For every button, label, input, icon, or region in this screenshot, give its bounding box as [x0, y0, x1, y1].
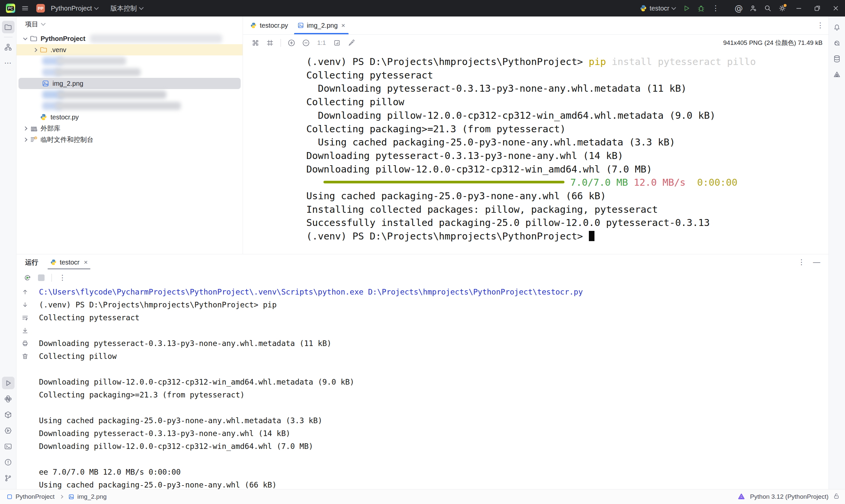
tree-item--[interactable]: 临时文件和控制台	[17, 134, 243, 145]
folder-icon	[4, 23, 12, 31]
tree-item-redacted[interactable]	[17, 67, 243, 78]
arrow-up-icon	[21, 288, 29, 295]
run-more-options[interactable]: ⋮	[708, 0, 723, 17]
pipette-button[interactable]	[345, 37, 358, 49]
image-text-line: Successfully installed packaging-25.0 pi…	[306, 216, 756, 230]
vcs-menu[interactable]: 版本控制	[107, 0, 147, 17]
close-button[interactable]	[827, 0, 845, 17]
zoom-out-button[interactable]	[299, 37, 313, 49]
minimize-button[interactable]	[790, 0, 808, 17]
main-menu-button[interactable]	[18, 0, 32, 17]
tab-img-2-png[interactable]: img_2.png ×	[293, 17, 350, 34]
tool-run-button[interactable]	[2, 377, 15, 389]
tree-item--[interactable]: 外部库	[17, 123, 243, 134]
tool-git-button[interactable]	[2, 472, 15, 484]
down-stack-trace-button[interactable]	[21, 301, 29, 309]
tree-item-img-2-png[interactable]: img_2.png	[18, 78, 241, 89]
image-text-line: Downloading pillow-12.0.0-cp312-cp312-wi…	[306, 163, 756, 176]
run-configuration-selector[interactable]: testocr	[636, 0, 679, 17]
tree-item-redacted[interactable]	[17, 55, 243, 67]
tool-python-console-button[interactable]	[2, 393, 15, 405]
editor-tab-options[interactable]: ⋮	[812, 17, 828, 34]
image-text-line: (.venv) PS D:\Projects\hmprojects\Python…	[306, 55, 756, 69]
more-tool-windows-button[interactable]: ⋯	[2, 57, 15, 69]
run-toolbar-more-button[interactable]: ⋮	[56, 272, 69, 284]
restore-icon	[813, 4, 821, 12]
chevron-expanded-icon[interactable]	[23, 36, 28, 40]
tool-services-button[interactable]	[2, 424, 15, 437]
zoom-out-icon	[302, 39, 310, 47]
tree-item-testocr-py[interactable]: testocr.py	[17, 111, 243, 123]
up-stack-trace-button[interactable]	[21, 288, 29, 296]
tool-python-packages-button[interactable]	[2, 408, 15, 421]
settings-button[interactable]	[775, 0, 790, 17]
restore-button[interactable]	[808, 0, 827, 17]
title-bar: PC PP PythonProject 版本控制 testocr	[0, 0, 845, 17]
soft-wrap-button[interactable]	[21, 313, 29, 322]
tool-project-button[interactable]	[2, 21, 15, 33]
scroll-end-icon	[21, 327, 29, 334]
tree-item-label: .venv	[51, 46, 66, 54]
project-panel-header[interactable]: 项目	[17, 17, 243, 32]
search-everywhere-button[interactable]	[760, 0, 775, 17]
tool-problems-button[interactable]	[2, 456, 15, 468]
console-line: Downloading pytesseract-0.3.13-py3-none-…	[39, 427, 828, 440]
image-canvas[interactable]: (.venv) PS D:\Projects\hmprojects\Python…	[243, 51, 828, 254]
notifications-button[interactable]	[831, 21, 843, 33]
code-with-me-button[interactable]	[746, 0, 760, 17]
debug-button[interactable]	[694, 0, 708, 17]
breadcrumb-file[interactable]: img_2.png	[77, 493, 107, 500]
terminal-block-cursor	[589, 231, 595, 241]
tree-item-redacted[interactable]	[17, 89, 243, 100]
project-widget[interactable]: PP PythonProject	[32, 0, 102, 17]
fit-zoom-button[interactable]	[330, 37, 344, 49]
zoom-in-button[interactable]	[285, 37, 298, 49]
rerun-button[interactable]	[21, 272, 34, 284]
grid-icon	[266, 39, 274, 47]
tree-item-redacted[interactable]	[17, 100, 243, 111]
run-panel-options-button[interactable]: ⋮	[795, 256, 808, 268]
run-console-output[interactable]: C:\Users\flycode\PycharmProjects\PythonP…	[34, 285, 828, 489]
console-line: Collecting pillow	[39, 350, 828, 363]
clear-console-button[interactable]	[21, 352, 29, 361]
ai-assistant-button[interactable]: @	[732, 0, 746, 17]
play-icon	[4, 379, 12, 387]
run-button[interactable]	[679, 0, 694, 17]
run-tab-testocr[interactable]: testocr ×	[48, 254, 90, 270]
interpreter-widget[interactable]: Python 3.12 (PythonProject)	[750, 493, 828, 500]
rerun-icon	[23, 274, 31, 282]
breadcrumb[interactable]: PythonProject img_2.png	[6, 493, 107, 500]
tree-item-label: testocr.py	[51, 113, 79, 121]
image-viewer-toolbar: 1:1 941x405 PNG (24 位颜色) 71.49 kB	[243, 35, 828, 51]
lock-widget[interactable]	[833, 493, 840, 501]
scroll-to-end-button[interactable]	[21, 326, 29, 335]
tab-testocr-py[interactable]: testocr.py	[246, 17, 293, 34]
tool-structure-button[interactable]	[2, 41, 15, 53]
actual-size-button[interactable]: 1:1	[314, 39, 329, 47]
tab-close-icon[interactable]: ×	[341, 22, 345, 29]
image-text-line: Installing collected packages: pillow, p…	[306, 203, 756, 216]
run-panel-header: 运行 testocr × ⋮ —	[17, 254, 828, 270]
breadcrumb-project[interactable]: PythonProject	[16, 493, 54, 500]
tree-item--venv[interactable]: .venv	[17, 44, 243, 55]
print-button[interactable]	[21, 339, 29, 348]
console-line: ee 7.0/7.0 MB 12.0 MB/s 0:00:00	[39, 466, 828, 479]
ai-knot-icon	[737, 493, 745, 501]
run-panel-title: 运行	[25, 258, 38, 267]
tab-close-icon[interactable]: ×	[84, 258, 88, 266]
ai-assistant-tool-button[interactable]	[831, 37, 843, 49]
console-line: (.venv) PS D:\Projects\hmprojects\Python…	[39, 299, 828, 311]
ai-knot-tool-button[interactable]	[831, 68, 843, 81]
transparency-chessboard-button[interactable]	[249, 37, 262, 49]
grid-lines-button[interactable]	[263, 37, 277, 49]
console-line: Using cached packaging-25.0-py3-none-any…	[39, 414, 828, 427]
database-tool-button[interactable]	[831, 52, 843, 65]
image-text-line: Downloading pytesseract-0.3.13-py3-none-…	[306, 82, 756, 95]
tool-terminal-button[interactable]	[2, 440, 15, 452]
chevron-collapsed-icon[interactable]	[23, 126, 28, 131]
tree-item-pythonproject[interactable]: PythonProject	[17, 33, 243, 44]
chevron-collapsed-icon[interactable]	[33, 48, 37, 52]
stop-button[interactable]	[35, 272, 48, 284]
chevron-collapsed-icon[interactable]	[23, 138, 28, 142]
hide-panel-button[interactable]: —	[810, 256, 823, 268]
